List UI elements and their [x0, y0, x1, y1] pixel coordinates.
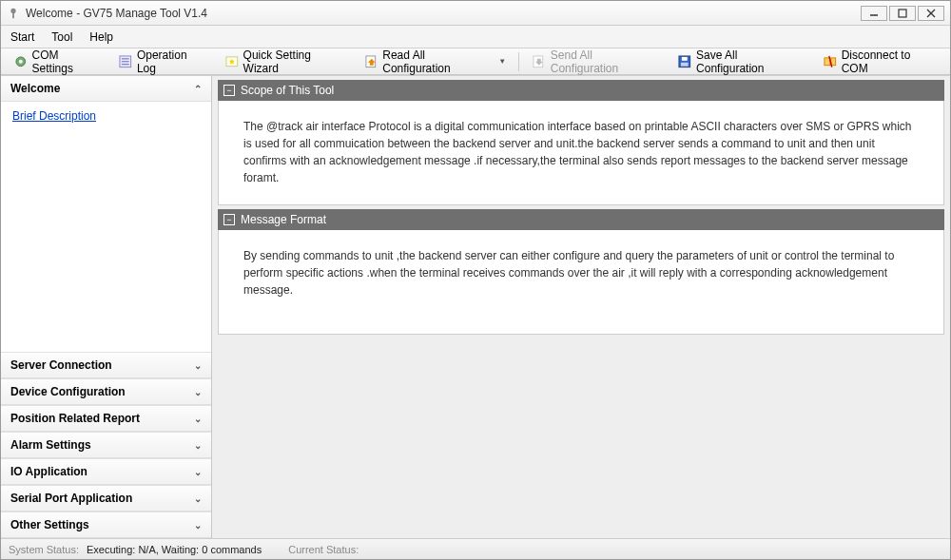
sidebar-serial-port-application-label: Serial Port Application	[10, 492, 132, 505]
collapse-icon[interactable]: −	[223, 85, 235, 96]
sidebar-other-settings-label: Other Settings	[10, 518, 89, 531]
quick-setting-wizard-label: Quick Setting Wizard	[243, 48, 347, 75]
svg-point-7	[19, 60, 23, 64]
gear-icon	[13, 54, 29, 69]
svg-rect-18	[681, 62, 689, 66]
chevron-down-icon: ⌄	[194, 440, 202, 451]
send-icon	[532, 54, 547, 69]
sidebar-server-connection[interactable]: Server Connection ⌄	[1, 352, 211, 378]
menu-start[interactable]: Start	[10, 30, 34, 44]
message-format-panel: − Message Format By sending commands to …	[218, 209, 944, 335]
com-settings-label: COM Settings	[32, 48, 102, 75]
sidebar: Welcome ⌃ Brief Description Server Conne…	[1, 76, 212, 538]
statusbar: System Status: Executing: N/A, Waiting: …	[1, 538, 950, 559]
disconnect-com-label: Disconnect to COM	[842, 48, 938, 75]
sidebar-alarm-settings[interactable]: Alarm Settings ⌄	[1, 432, 211, 458]
maximize-button[interactable]	[889, 6, 916, 21]
sidebar-position-related-report-label: Position Related Report	[10, 412, 140, 425]
chevron-down-icon: ⌄	[194, 493, 202, 504]
sidebar-device-configuration-label: Device Configuration	[10, 385, 126, 398]
sidebar-io-application[interactable]: IO Application ⌄	[1, 458, 211, 485]
com-settings-button[interactable]: COM Settings	[7, 46, 107, 78]
operation-log-label: Operation Log	[137, 48, 207, 75]
chevron-down-icon: ⌄	[194, 467, 202, 477]
sidebar-welcome-body: Brief Description	[1, 102, 211, 352]
svg-rect-17	[682, 57, 688, 61]
sidebar-welcome-label: Welcome	[10, 82, 60, 95]
disconnect-com-button[interactable]: Disconnect to COM	[816, 46, 944, 78]
read-icon	[364, 54, 379, 69]
sidebar-bottom: Server Connection ⌄ Device Configuration…	[1, 352, 211, 538]
message-format-panel-body: By sending commands to unit ,the backend…	[218, 230, 944, 335]
sidebar-alarm-settings-label: Alarm Settings	[10, 438, 91, 452]
window-title: Welcome - GV75 Manage Tool V1.4	[26, 7, 861, 20]
current-status-label: Current Status:	[288, 544, 359, 555]
chevron-down-icon: ⌄	[194, 414, 202, 424]
content-area: − Scope of This Tool The @track air inte…	[212, 76, 950, 538]
sidebar-position-related-report[interactable]: Position Related Report ⌄	[1, 405, 211, 432]
minimize-button[interactable]	[861, 6, 887, 21]
scope-panel: − Scope of This Tool The @track air inte…	[218, 80, 944, 205]
sidebar-welcome-header[interactable]: Welcome ⌃	[1, 76, 211, 102]
brief-description-link[interactable]: Brief Description	[12, 109, 96, 123]
menu-tool[interactable]: Tool	[51, 30, 72, 44]
chevron-down-icon: ⌄	[194, 387, 202, 397]
window-controls	[861, 6, 944, 21]
quick-setting-wizard-button[interactable]: Quick Setting Wizard	[218, 46, 354, 78]
svg-rect-3	[899, 10, 906, 17]
toolbar-separator	[518, 52, 519, 71]
message-format-panel-text: By sending commands to unit ,the backend…	[243, 249, 894, 297]
send-all-config-label: Send All Configuration	[551, 48, 661, 75]
sidebar-other-settings[interactable]: Other Settings ⌄	[1, 512, 211, 538]
svg-rect-1	[12, 12, 14, 18]
dropdown-arrow-icon[interactable]: ▼	[498, 57, 506, 66]
sidebar-device-configuration[interactable]: Device Configuration ⌄	[1, 378, 211, 405]
disconnect-icon	[823, 54, 838, 69]
message-format-panel-title: Message Format	[241, 213, 326, 226]
system-status-label: System Status:	[9, 544, 79, 555]
send-all-config-button[interactable]: Send All Configuration	[525, 46, 667, 78]
scope-panel-header: − Scope of This Tool	[218, 80, 944, 101]
save-all-config-label: Save All Configuration	[696, 48, 805, 75]
toolbar: COM Settings Operation Log Quick Setting…	[1, 48, 950, 75]
system-status-value: Executing: N/A, Waiting: 0 commands	[87, 544, 262, 555]
scope-panel-body: The @track air interface Protocol is a d…	[218, 101, 944, 205]
scope-panel-title: Scope of This Tool	[241, 84, 334, 97]
chevron-down-icon: ⌄	[194, 520, 202, 531]
main-area: Welcome ⌃ Brief Description Server Conne…	[1, 75, 950, 538]
chevron-down-icon: ⌄	[194, 360, 202, 371]
menu-help[interactable]: Help	[89, 30, 113, 44]
wizard-icon	[224, 54, 240, 69]
save-all-config-button[interactable]: Save All Configuration	[670, 46, 812, 78]
log-icon	[118, 54, 133, 69]
message-format-panel-header: − Message Format	[218, 209, 944, 230]
app-icon	[7, 7, 20, 20]
sidebar-serial-port-application[interactable]: Serial Port Application ⌄	[1, 485, 211, 512]
titlebar: Welcome - GV75 Manage Tool V1.4	[1, 1, 950, 26]
collapse-icon[interactable]: −	[223, 214, 235, 225]
operation-log-button[interactable]: Operation Log	[111, 46, 214, 78]
close-button[interactable]	[918, 6, 944, 21]
save-icon	[677, 54, 692, 69]
read-all-config-label: Read All Configuration	[382, 48, 493, 75]
read-all-config-button[interactable]: Read All Configuration ▼	[358, 46, 514, 78]
sidebar-io-application-label: IO Application	[10, 465, 87, 478]
scope-panel-text: The @track air interface Protocol is a d…	[243, 120, 912, 184]
sidebar-server-connection-label: Server Connection	[10, 358, 112, 372]
chevron-up-icon: ⌃	[194, 84, 202, 94]
